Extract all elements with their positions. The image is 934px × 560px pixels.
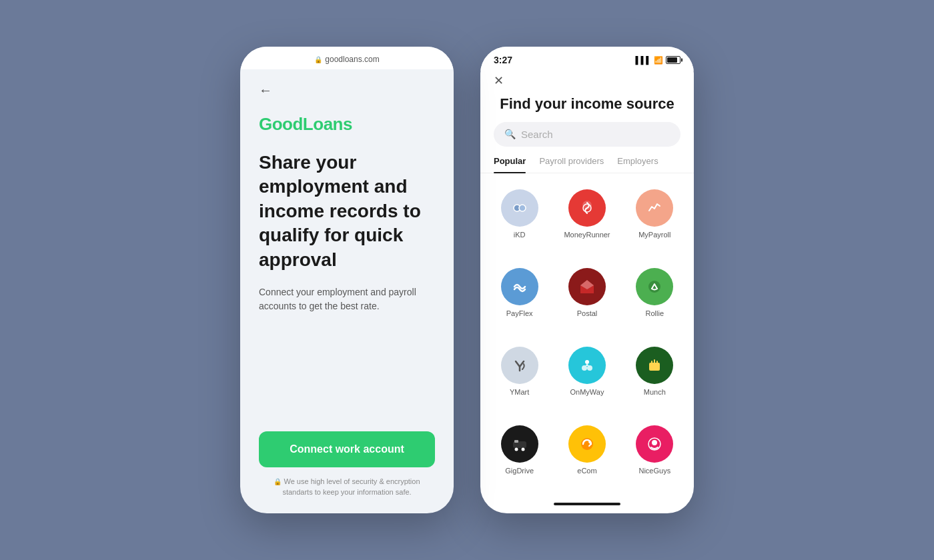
provider-name-ymart: YMart [510,388,529,396]
search-icon: 🔍 [504,129,516,139]
provider-logo-moneyrunner [568,189,606,227]
provider-niceguys[interactable]: NiceGuys [622,419,687,495]
provider-munch[interactable]: Munch [622,340,687,416]
provider-rollie[interactable]: Rollie [622,261,687,337]
svg-point-6 [648,281,660,293]
tab-employers[interactable]: Employers [617,156,658,173]
providers-grid: iKD MoneyRunner MyPayroll [480,180,694,497]
svg-point-21 [652,440,657,445]
right-phone: 3:27 ▌▌▌ 📶 ✕ Find your income source 🔍 S… [480,47,694,513]
provider-logo-niceguys [636,425,673,463]
search-placeholder: Search [521,129,553,140]
security-note: 🔒 We use high level of security & encryp… [259,477,435,497]
provider-moneyrunner[interactable]: MoneyRunner [554,183,619,259]
provider-name-mypayroll: MyPayroll [638,231,670,239]
svg-point-19 [521,447,524,451]
svg-point-8 [582,365,587,371]
provider-name-gigdrive: GigDrive [505,467,534,475]
app-logo: GoodLoans [259,114,435,135]
provider-logo-mypayroll [636,189,673,227]
svg-point-18 [514,447,518,451]
provider-logo-onmyway [568,347,606,384]
provider-postal[interactable]: Postal [554,261,619,337]
lock-small-icon: 🔒 [274,478,282,485]
provider-name-ikd: iKD [514,231,526,239]
tabs-row: Popular Payroll providers Employers [480,156,694,173]
provider-ikd[interactable]: iKD [487,183,552,259]
svg-point-1 [519,205,526,211]
close-button[interactable]: ✕ [494,73,504,88]
url-bar: 🔒 goodloans.com [240,47,454,69]
provider-onmyway[interactable]: OnMyWay [554,340,619,416]
svg-rect-13 [651,361,652,364]
provider-payflex[interactable]: PayFlex [487,261,552,337]
provider-ymart[interactable]: YMart [487,340,552,416]
provider-name-rollie: Rollie [646,309,664,317]
back-button[interactable]: ← [259,83,275,98]
modal-title-container: Find your income source [480,95,694,122]
main-heading: Share your employment and income records… [259,151,435,272]
provider-logo-ecom [568,425,606,463]
tab-popular[interactable]: Popular [494,156,526,173]
url-text: goodloans.com [325,55,379,64]
home-indicator [480,497,694,513]
provider-name-niceguys: NiceGuys [638,467,670,475]
provider-mypayroll[interactable]: MyPayroll [622,183,687,259]
search-bar[interactable]: 🔍 Search [494,122,680,147]
svg-rect-17 [514,440,518,443]
provider-name-onmyway: OnMyWay [570,388,604,396]
tab-payroll[interactable]: Payroll providers [539,156,604,173]
connect-work-account-button[interactable]: Connect work account [259,431,435,467]
modal-title: Find your income source [494,95,680,114]
provider-name-moneyrunner: MoneyRunner [564,231,610,239]
provider-logo-munch [636,347,673,384]
status-time: 3:27 [494,55,512,65]
provider-gigdrive[interactable]: GigDrive [487,419,552,495]
battery-icon [666,56,680,64]
provider-ecom[interactable]: eCom [554,419,619,495]
provider-name-ecom: eCom [577,467,596,475]
sub-text: Connect your employment and payroll acco… [259,285,435,313]
provider-logo-ikd [501,189,538,227]
lock-icon: 🔒 [314,56,322,63]
provider-logo-payflex [501,268,538,305]
wifi-icon: 📶 [654,56,663,65]
provider-logo-rollie [636,268,673,305]
status-icons: ▌▌▌ 📶 [636,56,680,65]
left-phone: 🔒 goodloans.com ← GoodLoans Share your e… [240,47,454,513]
provider-logo-gigdrive [501,425,538,463]
provider-logo-postal [568,268,606,305]
svg-rect-15 [656,361,658,364]
provider-name-postal: Postal [577,309,598,317]
modal-header: ✕ [480,71,694,95]
provider-name-payflex: PayFlex [506,309,533,317]
svg-point-9 [587,365,592,371]
provider-logo-ymart [501,347,538,384]
svg-point-7 [585,360,589,364]
home-indicator-bar [554,503,620,505]
signal-icon: ▌▌▌ [636,56,651,64]
svg-rect-14 [654,359,655,364]
status-bar: 3:27 ▌▌▌ 📶 [480,47,694,71]
provider-name-munch: Munch [644,388,666,396]
